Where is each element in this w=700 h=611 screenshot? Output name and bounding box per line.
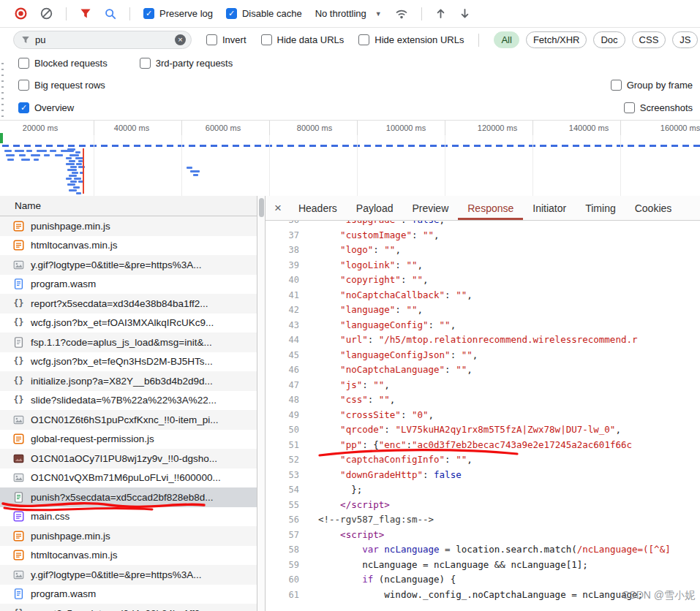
tab-response[interactable]: Response	[458, 196, 523, 220]
checkbox-box[interactable]	[611, 80, 622, 91]
filter-pill-css[interactable]: CSS	[632, 31, 666, 48]
options-row-1: Blocked requests 3rd-party requests	[0, 52, 700, 74]
request-name: global-request-permission.js	[31, 433, 154, 444]
export-har-icon[interactable]	[459, 8, 470, 20]
code-text: "js": "",	[299, 378, 390, 393]
search-icon[interactable]	[105, 8, 116, 20]
hide-extension-urls-checkbox[interactable]: Hide extension URLs	[358, 34, 464, 45]
timeline-overview[interactable]	[0, 135, 700, 197]
request-name: O1CN01Z6t6hS1puPcxfKxnc_!!0-item_pi...	[31, 414, 219, 425]
screenshots-checkbox[interactable]: Screenshots	[624, 102, 693, 113]
code-line-54: 54 };	[266, 482, 700, 498]
clear-filter-icon[interactable]: ×	[175, 34, 186, 45]
request-row[interactable]: {}wcfg.json?bx_et=feQn3HsD2M-BJ5HTs...	[0, 352, 257, 372]
filter-pill-doc[interactable]: Doc	[593, 31, 625, 48]
tab-preview[interactable]: Preview	[402, 196, 458, 220]
checkbox-box[interactable]	[358, 34, 369, 45]
request-row[interactable]: htmltocanvas.min.js	[0, 546, 257, 566]
request-row[interactable]: program.wasm	[0, 585, 257, 604]
filter-pill-all[interactable]: All	[494, 31, 519, 48]
line-number: 45	[266, 348, 299, 363]
checkbox-box[interactable]: ✓	[226, 8, 237, 19]
filter-pill-fetchxhr[interactable]: Fetch/XHR	[526, 31, 587, 48]
checkbox-box[interactable]	[140, 58, 151, 69]
request-row[interactable]: O1CN01Z6t6hS1puPcxfKxnc_!!0-item_pi...	[0, 410, 257, 430]
checkbox-box[interactable]	[18, 58, 29, 69]
timeline-bar	[190, 170, 200, 172]
checkbox-box[interactable]	[624, 102, 635, 113]
overview-checkbox[interactable]: ✓Overview	[18, 102, 74, 113]
request-row[interactable]: punishpage.min.js	[0, 216, 257, 236]
request-row[interactable]: {}report?x5secdata=xd3d4e38b84ba1ff2...	[0, 604, 257, 611]
network-conditions-icon[interactable]	[395, 8, 408, 20]
code-line-57: 57 <script>	[266, 528, 700, 543]
doc-file-icon	[13, 337, 24, 348]
request-row-selected[interactable]: punish?x5secdata=xd5ccad2bf828eb8d...	[0, 487, 257, 507]
blocked-requests-checkbox[interactable]: Blocked requests	[18, 58, 108, 69]
request-row[interactable]: punishpage.min.js	[0, 526, 257, 546]
response-viewer[interactable]: 36 "isupgrade": false,37 "customImage": …	[266, 221, 700, 611]
devtools-network-panel: { "toolbar": { "icons": ["record","clear…	[0, 0, 700, 611]
code-text: "qrcode": "LV75kuHA2qy1rx8m5T5fzA|Zwx78w…	[299, 422, 621, 438]
checkbox-box[interactable]	[206, 34, 217, 45]
detail-tab-bar: × HeadersPayloadPreviewResponseInitiator…	[266, 196, 700, 221]
third-party-requests-checkbox[interactable]: 3rd-party requests	[140, 58, 233, 69]
invert-checkbox[interactable]: Invert	[206, 34, 246, 45]
clear-log-icon[interactable]	[40, 7, 53, 20]
filter-pill-js[interactable]: JS	[672, 31, 698, 48]
checkbox-box[interactable]	[18, 80, 29, 91]
request-row[interactable]: program.wasm	[0, 275, 257, 295]
timeline-bar	[37, 150, 47, 152]
name-column-header[interactable]: Name	[0, 196, 257, 216]
line-number: 44	[266, 333, 299, 348]
request-row[interactable]: htmltocanvas.min.js	[0, 236, 257, 256]
request-row[interactable]: main.css	[0, 507, 257, 527]
disable-cache-checkbox[interactable]: ✓Disable cache	[226, 8, 302, 19]
request-row[interactable]: global-request-permission.js	[0, 430, 257, 449]
throttling-dropdown[interactable]: No throttling ▼	[315, 8, 382, 19]
scrollbar-thumb[interactable]	[259, 198, 264, 217]
checkbox-box[interactable]: ✓	[18, 102, 29, 113]
request-row[interactable]: y.gif?logtype=0&title=&pre=https%3A...	[0, 255, 257, 275]
code-text: "css": "",	[299, 392, 395, 408]
timeline-bar	[19, 154, 26, 156]
request-row[interactable]: {}wcfg.json?bx_et=fOAI3MXAlkqIRcUKc9...	[0, 314, 257, 333]
hide-data-urls-checkbox[interactable]: Hide data URLs	[261, 34, 345, 45]
json-file-icon: {}	[13, 608, 24, 611]
request-row[interactable]: {}report?x5secdata=xd3d4e38b84ba1ff2...	[0, 294, 257, 314]
checkbox-box[interactable]	[261, 34, 272, 45]
big-request-rows-checkbox[interactable]: Big request rows	[18, 80, 105, 91]
close-icon[interactable]: ×	[274, 201, 282, 216]
network-filter-input[interactable]: pu ×	[13, 31, 192, 49]
group-by-frame-checkbox[interactable]: Group by frame	[611, 80, 693, 91]
record-icon[interactable]	[15, 7, 27, 20]
filter-icon[interactable]	[80, 8, 91, 19]
line-number: 41	[266, 288, 299, 303]
request-name: O1CN01vQXBm71M6puLoFLvi_!!600000...	[31, 472, 221, 483]
timeline-gridline	[532, 121, 533, 136]
tab-headers[interactable]: Headers	[289, 196, 347, 220]
request-row[interactable]: O1CN01vQXBm71M6puLoFLvi_!!600000...	[0, 468, 257, 488]
request-row[interactable]: fsp.1.1?code=aplus_js_load&msg=init&...	[0, 333, 257, 352]
import-har-icon[interactable]	[435, 8, 446, 20]
image-file-icon	[13, 569, 24, 580]
code-line-47: 47 "js": "",	[266, 378, 700, 393]
tab-initiator[interactable]: Initiator	[523, 196, 576, 220]
request-row[interactable]: O1CN01aOCy7I1PU8wj1zy9v_!!0-dgsho...	[0, 449, 257, 468]
timeline-tick-label: 140000 ms	[569, 124, 609, 132]
checkbox-label: Blocked requests	[34, 58, 108, 69]
timeline-gridline	[94, 121, 94, 136]
request-row[interactable]: {}initialize.jsonp?a=X82Y__b6b3d4b2d9d..…	[0, 371, 257, 391]
preserve-log-checkbox[interactable]: ✓Preserve log	[143, 8, 213, 19]
request-list-scrollbar[interactable]	[257, 196, 265, 611]
timeline-dashed-line	[2, 145, 700, 147]
request-row[interactable]: y.gif?logtype=0&title=&pre=https%3A...	[0, 565, 257, 585]
panel-edge-dots	[1, 63, 4, 118]
tab-cookies[interactable]: Cookies	[625, 196, 682, 220]
timeline-bar	[69, 160, 75, 162]
tab-payload[interactable]: Payload	[347, 196, 403, 220]
checkbox-box[interactable]: ✓	[143, 8, 154, 19]
request-row[interactable]: {}slide?slidedata=%7B%22a%22%3A%22...	[0, 391, 257, 411]
tab-timing[interactable]: Timing	[576, 196, 625, 220]
request-name: slide?slidedata=%7B%22a%22%3A%22...	[31, 395, 217, 406]
